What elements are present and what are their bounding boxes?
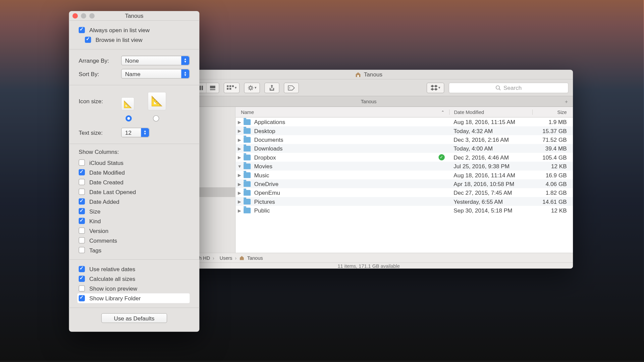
file-date: Apr 18, 2016, 10:58 PM [449, 180, 532, 187]
coverflow-view-button[interactable] [207, 83, 219, 93]
table-row[interactable]: ▶ Applications Aug 18, 2016, 11:15 AM 1.… [235, 118, 573, 126]
table-row[interactable]: ▶ Dropbox ✓ Dec 2, 2016, 4:46 AM 105.4 G… [235, 153, 573, 162]
table-row[interactable]: ▶ Documents Dec 3, 2016, 2:16 AM 71.52 G… [235, 135, 573, 144]
svg-rect-15 [227, 88, 228, 89]
view-options-panel: Tanous Always open in list view Browse i… [69, 11, 200, 332]
viewopts-title: Tanous [125, 12, 143, 19]
column-headers[interactable]: Name⌃ Date Modified Size [235, 107, 573, 118]
col-date[interactable]: Date Modified [449, 109, 532, 115]
file-size: 16.9 GB [532, 172, 573, 178]
table-row[interactable]: ▶ OpenEmu Dec 27, 2015, 7:45 AM 1.82 GB [235, 188, 573, 197]
relative-dates-checkbox[interactable] [79, 266, 85, 272]
col-icloud-checkbox[interactable] [79, 160, 85, 166]
svg-point-19 [496, 85, 500, 89]
file-size: 15.37 GB [532, 127, 573, 134]
col-name[interactable]: Name [241, 109, 254, 115]
zoom-button[interactable] [89, 13, 95, 19]
close-button[interactable] [72, 13, 78, 19]
svg-rect-9 [201, 85, 203, 90]
share-button[interactable] [264, 82, 279, 93]
folder-icon [244, 198, 251, 204]
col-added-checkbox[interactable] [79, 198, 85, 204]
use-as-defaults-button[interactable]: Use as Defaults [101, 313, 167, 323]
action-button[interactable]: ▾ [245, 83, 260, 93]
path-home[interactable]: Tanous [247, 255, 263, 260]
svg-rect-12 [227, 85, 228, 87]
file-name: Documents [254, 136, 449, 143]
popup-arrows-icon: ▲▼ [181, 69, 189, 78]
col-size[interactable]: Size [532, 109, 573, 115]
popup-arrows-icon: ▲▼ [141, 128, 149, 137]
sort-label: Sort By: [79, 70, 117, 77]
file-size: 4.06 GB [532, 180, 573, 187]
svg-point-17 [249, 86, 252, 89]
iconsize-small-radio[interactable] [125, 115, 131, 121]
iconsize-large-radio[interactable] [153, 115, 159, 121]
col-tags-checkbox[interactable] [79, 247, 85, 253]
traffic-lights[interactable] [72, 13, 95, 19]
small-icon-preview: 📐 [121, 97, 135, 111]
disclosure-icon[interactable]: ▶ [235, 155, 244, 160]
table-row[interactable]: ▶ Music Aug 18, 2016, 11:14 AM 16.9 GB [235, 171, 573, 179]
svg-rect-11 [210, 89, 215, 90]
dropbox-button[interactable]: ▾ [427, 82, 444, 93]
textsize-label: Text size: [79, 129, 117, 136]
col-version-checkbox[interactable] [79, 228, 85, 234]
sort-popup[interactable]: Name▲▼ [121, 69, 190, 79]
file-date: Dec 27, 2015, 7:45 AM [449, 189, 532, 196]
always-list-checkbox[interactable] [79, 27, 85, 33]
calc-sizes-checkbox[interactable] [79, 276, 85, 282]
folder-icon [244, 190, 251, 195]
col-comments-checkbox[interactable] [79, 237, 85, 243]
col-opened-checkbox[interactable] [79, 189, 85, 195]
path-bar[interactable]: 💽Macintosh HD › Users › Tanous [164, 253, 573, 262]
disclosure-icon[interactable]: ▶ [235, 120, 244, 124]
sort-indicator-icon: ⌃ [441, 110, 445, 114]
file-name: OneDrive [254, 180, 449, 187]
disclosure-icon[interactable]: ▶ [235, 173, 244, 177]
tags-button[interactable] [284, 82, 299, 93]
disclosure-icon[interactable]: ▶ [235, 146, 244, 151]
path-users[interactable]: Users [220, 255, 232, 260]
icon-preview-checkbox[interactable] [79, 285, 85, 291]
action-segmented[interactable]: ▾ [244, 82, 260, 93]
folder-icon [244, 119, 251, 125]
table-row[interactable]: ▶ Downloads Today, 4:00 AM 39.4 MB [235, 144, 573, 153]
file-date: Sep 30, 2014, 5:18 PM [449, 207, 532, 214]
arrange-segmented[interactable]: ▾ [224, 82, 239, 93]
file-name: OpenEmu [254, 189, 449, 196]
disclosure-icon[interactable]: ▶ [235, 208, 244, 213]
disclosure-icon[interactable]: ▶ [235, 190, 244, 195]
file-size: 14.61 GB [532, 198, 573, 205]
disclosure-icon[interactable]: ▶ [235, 199, 244, 204]
new-tab-button[interactable]: ＋ [562, 98, 570, 106]
col-kind-checkbox[interactable] [79, 218, 85, 224]
minimize-button[interactable] [81, 13, 86, 19]
always-list-label: Always open in list view [89, 27, 150, 34]
disclosure-icon[interactable]: ▶ [235, 137, 244, 142]
table-row[interactable]: ▶ Desktop Today, 4:32 AM 15.37 GB [235, 126, 573, 135]
col-created-checkbox[interactable] [79, 179, 85, 185]
folder-icon [244, 128, 251, 134]
disclosure-icon[interactable]: ▶ [235, 128, 244, 133]
browse-list-checkbox[interactable] [85, 37, 91, 43]
table-row[interactable]: ▶ OneDrive Apr 18, 2016, 10:58 PM 4.06 G… [235, 179, 573, 188]
file-date: Yesterday, 6:55 AM [449, 198, 532, 205]
browse-list-label: Browse in list view [96, 37, 143, 43]
table-row[interactable]: ▶ Public Sep 30, 2014, 5:18 PM 12 KB [235, 206, 573, 215]
arrange-label: Arrange By: [79, 57, 117, 64]
tab-label[interactable]: Tanous [361, 99, 377, 104]
col-modified-checkbox[interactable] [79, 169, 85, 175]
sync-badge-icon: ✓ [438, 154, 444, 160]
table-row[interactable]: ▶ Pictures Yesterday, 6:55 AM 14.61 GB [235, 197, 573, 206]
disclosure-icon[interactable]: ▼ [235, 164, 244, 168]
textsize-popup[interactable]: 12▲▼ [121, 128, 149, 137]
file-date: Jul 25, 2016, 9:38 PM [449, 163, 532, 170]
search-field[interactable]: Search [449, 82, 569, 93]
table-row[interactable]: ▼ Movies Jul 25, 2016, 9:38 PM 12 KB [235, 162, 573, 170]
arrange-popup[interactable]: None▲▼ [121, 56, 190, 65]
arrange-button[interactable]: ▾ [224, 83, 239, 93]
show-library-checkbox[interactable] [79, 295, 85, 301]
col-size-checkbox[interactable] [79, 208, 85, 214]
disclosure-icon[interactable]: ▶ [235, 181, 244, 186]
